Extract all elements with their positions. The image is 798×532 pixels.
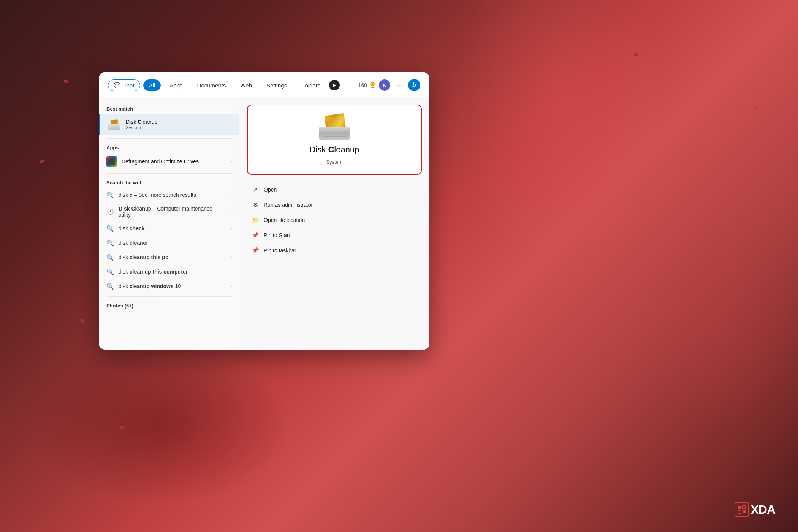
defrag-chevron: › [230,159,232,164]
user-avatar[interactable]: K [379,79,390,91]
documents-label: Documents [197,82,226,89]
search-count: 160 🏆 [358,82,376,88]
app-preview-name: Disk Cleanup [310,145,359,155]
web-item-disk-cleanup-this-pc[interactable]: 🔍 disk cleanup this pc › [99,250,239,264]
app-preview-card: Disk Cleanup System [247,104,422,175]
defrag-icon-symbol: ⬛ [108,158,116,165]
chevron-4: › [230,240,232,245]
defrag-label: Defragment and Optimize Drives [122,158,199,165]
app-preview-type: System [326,159,342,165]
filter-chat-button[interactable]: 💬 Chat [108,79,140,91]
ctx-run-admin[interactable]: ⚙ Run as administrator [247,198,422,212]
chevron-3: › [230,226,232,231]
open-icon: ↗ [252,186,259,193]
best-match-label: Best match [99,103,239,114]
xda-text: XDA [750,503,775,517]
best-match-title: Disk Cleanup [126,119,157,125]
web-text-disk-cleanup-win10: disk cleanup windows 10 [119,283,181,289]
chat-icon: 💬 [114,82,120,88]
web-item-disk-cleanup-win10[interactable]: 🔍 disk cleanup windows 10 › [99,279,239,293]
divider-1 [106,138,232,139]
title-prefix: Disk [126,119,138,125]
web-text-disk-clean-computer: disk clean up this computer [119,269,188,275]
svg-rect-1 [743,506,746,509]
best-match-item-disk-cleanup[interactable]: Disk Cleanup System [99,114,239,135]
chevron-5: › [230,255,232,260]
filter-documents-button[interactable]: Documents [192,79,232,91]
divider-3 [106,296,232,297]
defrag-title: Defragment and Optimize Drives [122,158,199,165]
ctx-open[interactable]: ↗ Open [247,182,422,197]
search-icon-6: 🔍 [106,282,114,290]
ctx-admin-label: Run as administrator [264,202,313,208]
search-icon-4: 🔍 [106,253,114,261]
divider-2 [106,173,232,174]
title-bold: C [138,119,141,125]
filter-web-button[interactable]: Web [234,79,258,91]
disk-body [108,124,120,130]
avatar-label: K [383,82,386,88]
apps-label: Apps [169,82,182,89]
chat-label: Chat [122,82,135,89]
web-text-disk-cleanup: Disk Cleanup – Computer maintenance util… [119,206,226,218]
svg-rect-0 [738,506,741,509]
settings-label: Settings [266,82,287,89]
app-name-prefix: Disk [310,145,328,154]
defrag-text: Defragment and Optimize Drives [122,158,199,165]
svg-rect-3 [743,510,746,513]
ctx-open-location[interactable]: 📁 Open file location [247,213,422,227]
xda-watermark: XDA [735,502,775,517]
filter-all-button[interactable]: All [143,79,161,91]
panel-body: Best match Disk Cleanup System [99,97,429,350]
web-item-disk-check[interactable]: 🔍 disk check › [99,221,239,236]
ctx-location-label: Open file location [264,217,305,223]
search-panel: 💬 Chat All Apps Documents Web Settings F… [99,72,429,350]
disk-body-large [319,127,350,140]
clock-icon-1: 🕐 [106,208,114,215]
app-name-bold: C [328,145,334,154]
defrag-icon: ⬛ [106,156,117,167]
pin-start-icon: 📌 [252,231,259,239]
search-icon-1: 🔍 [106,191,114,199]
app-name-suffix: leanup [334,145,359,154]
bing-button[interactable]: b [408,79,420,91]
svg-rect-2 [738,510,741,513]
more-icon: ··· [396,81,402,89]
web-text-disk-check: disk check [119,225,145,231]
search-icon-2: 🔍 [106,225,114,232]
chevron-6: › [230,269,232,274]
web-item-disk-c[interactable]: 🔍 disk c – See more search results › [99,188,239,202]
apps-section-label: Apps [99,142,239,153]
search-icon-3: 🔍 [106,239,114,247]
title-suffix: leanup [141,119,157,125]
disk-cleanup-icon-small [108,118,121,131]
disk-cleanup-icon-large [319,114,350,140]
ctx-pin-taskbar[interactable]: 📌 Pin to taskbar [247,243,422,258]
all-label: All [149,82,155,89]
web-text-disk-cleaner: disk cleaner [119,240,148,246]
web-text-disk-c: disk c – See more search results [119,192,196,198]
bing-icon: b [412,82,416,89]
defrag-drives-item[interactable]: ⬛ Defragment and Optimize Drives › [99,153,239,170]
folder-icon: 📁 [252,216,259,224]
pin-taskbar-icon: 📌 [252,247,259,254]
web-text-disk-cleanup-this-pc: disk cleanup this pc [119,254,168,260]
chevron-2: › [230,209,232,214]
web-item-disk-clean-up-this-computer[interactable]: 🔍 disk clean up this computer › [99,264,239,279]
ctx-pin-taskbar-label: Pin to taskbar [264,247,296,253]
search-web-label: Search the web [99,177,239,188]
filter-apps-button[interactable]: Apps [164,79,188,91]
web-item-disk-cleanup-history[interactable]: 🕐 Disk Cleanup – Computer maintenance ut… [99,202,239,221]
chevron-7: › [230,283,232,289]
play-button[interactable]: ▶ [329,80,340,90]
defrag-app-icon: ⬛ [106,156,117,167]
trophy-icon: 🏆 [369,82,376,88]
web-item-disk-cleaner[interactable]: 🔍 disk cleaner › [99,236,239,250]
count-number: 160 [358,82,367,88]
search-icon-5: 🔍 [106,268,114,276]
left-column: Best match Disk Cleanup System [99,97,239,350]
more-button[interactable]: ··· [393,80,405,91]
filter-folders-button[interactable]: Folders [296,79,326,91]
ctx-pin-start[interactable]: 📌 Pin to Start [247,228,422,242]
filter-settings-button[interactable]: Settings [261,79,293,91]
